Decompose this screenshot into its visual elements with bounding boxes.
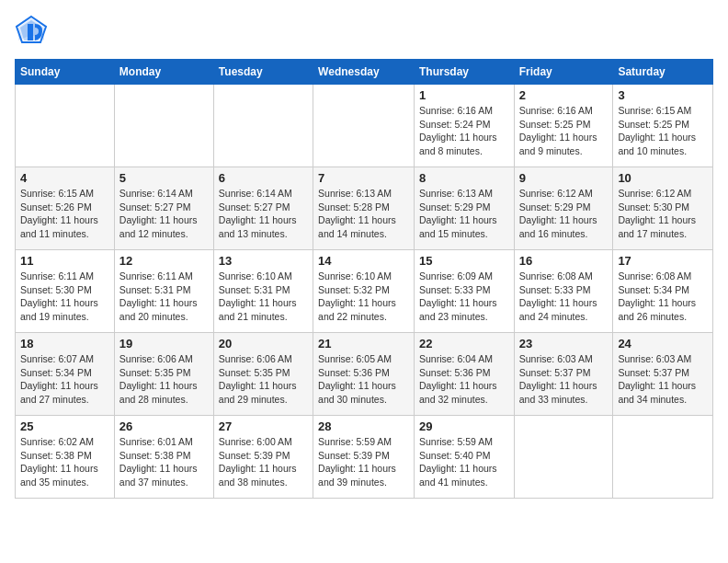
day-number: 9 (519, 171, 609, 185)
day-info: Sunrise: 6:11 AMSunset: 5:30 PMDaylight:… (20, 270, 109, 324)
day-number: 25 (20, 419, 109, 433)
day-info: Sunrise: 6:15 AMSunset: 5:26 PMDaylight:… (20, 187, 109, 241)
day-number: 24 (618, 337, 708, 350)
calendar-table: Sunday Monday Tuesday Wednesday Thursday… (15, 59, 713, 499)
calendar-cell: 24Sunrise: 6:03 AMSunset: 5:37 PMDayligh… (613, 333, 713, 416)
calendar-cell: 26Sunrise: 6:01 AMSunset: 5:38 PMDayligh… (114, 416, 213, 499)
col-thursday: Thursday (414, 60, 514, 85)
calendar-cell: 18Sunrise: 6:07 AMSunset: 5:34 PMDayligh… (16, 333, 115, 416)
day-number: 15 (419, 254, 509, 268)
calendar-cell (114, 85, 213, 167)
day-number: 28 (318, 419, 409, 433)
day-number: 5 (119, 171, 209, 185)
day-number: 27 (219, 419, 308, 433)
calendar-cell: 11Sunrise: 6:11 AMSunset: 5:30 PMDayligh… (16, 250, 115, 333)
day-number: 3 (618, 88, 708, 102)
day-info: Sunrise: 6:16 AMSunset: 5:24 PMDaylight:… (419, 104, 509, 158)
day-info: Sunrise: 6:06 AMSunset: 5:35 PMDaylight:… (119, 352, 209, 407)
calendar-cell: 29Sunrise: 5:59 AMSunset: 5:40 PMDayligh… (414, 416, 514, 499)
col-friday: Friday (514, 60, 613, 85)
day-number: 1 (419, 88, 509, 102)
calendar-cell: 16Sunrise: 6:08 AMSunset: 5:33 PMDayligh… (514, 250, 613, 333)
day-info: Sunrise: 5:59 AMSunset: 5:40 PMDaylight:… (419, 435, 509, 489)
day-number: 20 (219, 337, 308, 350)
day-number: 23 (519, 337, 609, 350)
calendar-cell: 13Sunrise: 6:10 AMSunset: 5:31 PMDayligh… (213, 250, 313, 333)
day-info: Sunrise: 5:59 AMSunset: 5:39 PMDaylight:… (318, 435, 409, 489)
header-row: Sunday Monday Tuesday Wednesday Thursday… (16, 60, 713, 85)
day-info: Sunrise: 6:12 AMSunset: 5:29 PMDaylight:… (519, 187, 609, 241)
day-info: Sunrise: 6:06 AMSunset: 5:35 PMDaylight:… (219, 352, 308, 407)
calendar-cell: 25Sunrise: 6:02 AMSunset: 5:38 PMDayligh… (16, 416, 115, 499)
col-tuesday: Tuesday (213, 60, 313, 85)
day-info: Sunrise: 6:15 AMSunset: 5:25 PMDaylight:… (618, 104, 708, 158)
day-info: Sunrise: 6:07 AMSunset: 5:34 PMDaylight:… (20, 352, 109, 407)
calendar-cell (213, 85, 313, 167)
day-number: 22 (419, 337, 509, 350)
calendar-body: 1Sunrise: 6:16 AMSunset: 5:24 PMDaylight… (16, 85, 713, 499)
col-sunday: Sunday (16, 60, 115, 85)
calendar-cell: 9Sunrise: 6:12 AMSunset: 5:29 PMDaylight… (514, 167, 613, 250)
calendar-cell: 2Sunrise: 6:16 AMSunset: 5:25 PMDaylight… (514, 85, 613, 167)
day-number: 12 (119, 254, 209, 268)
calendar-cell: 28Sunrise: 5:59 AMSunset: 5:39 PMDayligh… (313, 416, 415, 499)
calendar-cell: 5Sunrise: 6:14 AMSunset: 5:27 PMDaylight… (114, 167, 213, 250)
day-number: 8 (419, 171, 509, 185)
day-number: 2 (519, 88, 609, 102)
calendar-week-3: 11Sunrise: 6:11 AMSunset: 5:30 PMDayligh… (16, 250, 713, 333)
logo-icon (15, 15, 48, 48)
day-info: Sunrise: 6:04 AMSunset: 5:36 PMDaylight:… (419, 352, 509, 407)
calendar-cell: 6Sunrise: 6:14 AMSunset: 5:27 PMDaylight… (213, 167, 313, 250)
day-info: Sunrise: 6:01 AMSunset: 5:38 PMDaylight:… (119, 435, 209, 489)
day-number: 26 (119, 419, 209, 433)
day-info: Sunrise: 6:13 AMSunset: 5:29 PMDaylight:… (419, 187, 509, 241)
calendar-cell: 7Sunrise: 6:13 AMSunset: 5:28 PMDaylight… (313, 167, 415, 250)
calendar-week-5: 25Sunrise: 6:02 AMSunset: 5:38 PMDayligh… (16, 416, 713, 499)
day-info: Sunrise: 6:12 AMSunset: 5:30 PMDaylight:… (618, 187, 708, 241)
calendar-cell: 8Sunrise: 6:13 AMSunset: 5:29 PMDaylight… (414, 167, 514, 250)
day-number: 10 (618, 171, 708, 185)
day-info: Sunrise: 6:10 AMSunset: 5:32 PMDaylight:… (318, 270, 409, 324)
day-info: Sunrise: 6:16 AMSunset: 5:25 PMDaylight:… (519, 104, 609, 158)
day-number: 4 (20, 171, 109, 185)
day-number: 18 (20, 337, 109, 350)
day-number: 29 (419, 419, 509, 433)
calendar-cell (613, 416, 713, 499)
calendar-cell (514, 416, 613, 499)
calendar-cell: 3Sunrise: 6:15 AMSunset: 5:25 PMDaylight… (613, 85, 713, 167)
day-info: Sunrise: 6:05 AMSunset: 5:36 PMDaylight:… (318, 352, 409, 407)
calendar-cell: 12Sunrise: 6:11 AMSunset: 5:31 PMDayligh… (114, 250, 213, 333)
calendar-cell (16, 85, 115, 167)
day-number: 11 (20, 254, 109, 268)
calendar-cell: 4Sunrise: 6:15 AMSunset: 5:26 PMDaylight… (16, 167, 115, 250)
day-number: 14 (318, 254, 409, 268)
day-number: 21 (318, 337, 409, 350)
page-header (15, 15, 713, 48)
day-info: Sunrise: 6:02 AMSunset: 5:38 PMDaylight:… (20, 435, 109, 489)
col-monday: Monday (114, 60, 213, 85)
day-number: 6 (219, 171, 308, 185)
calendar-cell: 27Sunrise: 6:00 AMSunset: 5:39 PMDayligh… (213, 416, 313, 499)
day-number: 13 (219, 254, 308, 268)
calendar-cell: 1Sunrise: 6:16 AMSunset: 5:24 PMDaylight… (414, 85, 514, 167)
calendar-cell: 19Sunrise: 6:06 AMSunset: 5:35 PMDayligh… (114, 333, 213, 416)
day-info: Sunrise: 6:09 AMSunset: 5:33 PMDaylight:… (419, 270, 509, 324)
day-info: Sunrise: 6:08 AMSunset: 5:33 PMDaylight:… (519, 270, 609, 324)
calendar-cell (313, 85, 415, 167)
calendar-cell: 15Sunrise: 6:09 AMSunset: 5:33 PMDayligh… (414, 250, 514, 333)
day-info: Sunrise: 6:03 AMSunset: 5:37 PMDaylight:… (519, 352, 609, 407)
day-info: Sunrise: 6:14 AMSunset: 5:27 PMDaylight:… (219, 187, 308, 241)
calendar-cell: 23Sunrise: 6:03 AMSunset: 5:37 PMDayligh… (514, 333, 613, 416)
calendar-cell: 21Sunrise: 6:05 AMSunset: 5:36 PMDayligh… (313, 333, 415, 416)
day-info: Sunrise: 6:10 AMSunset: 5:31 PMDaylight:… (219, 270, 308, 324)
svg-rect-3 (28, 24, 33, 40)
calendar-week-2: 4Sunrise: 6:15 AMSunset: 5:26 PMDaylight… (16, 167, 713, 250)
col-saturday: Saturday (613, 60, 713, 85)
calendar-week-1: 1Sunrise: 6:16 AMSunset: 5:24 PMDaylight… (16, 85, 713, 167)
col-wednesday: Wednesday (313, 60, 415, 85)
day-number: 7 (318, 171, 409, 185)
calendar-cell: 17Sunrise: 6:08 AMSunset: 5:34 PMDayligh… (613, 250, 713, 333)
calendar-header: Sunday Monday Tuesday Wednesday Thursday… (16, 60, 713, 85)
day-info: Sunrise: 6:08 AMSunset: 5:34 PMDaylight:… (618, 270, 708, 324)
calendar-cell: 10Sunrise: 6:12 AMSunset: 5:30 PMDayligh… (613, 167, 713, 250)
